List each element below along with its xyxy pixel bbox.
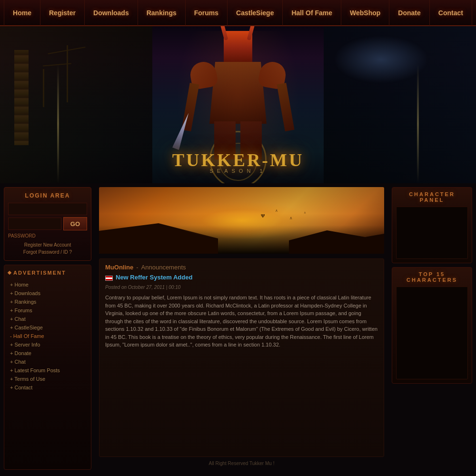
- character-panel-content: [396, 207, 468, 259]
- post-dash: -: [136, 264, 138, 271]
- post-category: Announcements: [141, 264, 186, 271]
- post-source[interactable]: MuOnline: [105, 264, 133, 271]
- hero-banner: TUKKER-MU SEASON 1: [0, 26, 476, 183]
- sidebar-item-chat-pre[interactable]: + Chat: [8, 315, 87, 323]
- top15-panel-title: TOP 15 CHARACTERS: [396, 271, 468, 283]
- login-input-row: GO: [8, 217, 87, 230]
- register-link[interactable]: Register New Account: [8, 241, 87, 248]
- chain-decoration: [14, 50, 29, 145]
- nav-item-halloffame[interactable]: Hall Of Fame: [283, 0, 341, 26]
- top15-panel: TOP 15 CHARACTERS: [392, 267, 472, 384]
- login-title: LOGIN AREA: [8, 192, 87, 199]
- sidebar-item-rankings[interactable]: + Rankings: [8, 298, 87, 306]
- main-layout: LOGIN AREA GO PASSWORD Register New Acco…: [0, 183, 476, 474]
- password-row: PASSWORD: [8, 233, 87, 238]
- nav-item-rankings[interactable]: Rankings: [138, 0, 186, 26]
- sidebar-item-home[interactable]: + Home: [8, 280, 87, 289]
- ship-decoration: [29, 40, 124, 112]
- sun-glow: [170, 201, 313, 239]
- nav-item-webshop[interactable]: WebShop: [341, 0, 389, 26]
- bird-1: 𝝭: [261, 213, 265, 218]
- sidebar-item-castlesiege[interactable]: + CastleSiege: [8, 323, 87, 332]
- pillar-light-right: [417, 64, 419, 183]
- footer-text: All Right Reserved Tukker Mu !: [99, 457, 384, 470]
- right-panel: CHARACTER PANEL TOP 15 CHARACTERS: [388, 183, 476, 474]
- nav-item-register[interactable]: Register: [40, 0, 85, 26]
- main-content: 𝝭 ∧ ∧ ∧ MuOnline - Announcements New Ref…: [95, 183, 388, 474]
- character-panel-title: CHARACTER PANEL: [396, 191, 468, 203]
- sidebar-nav: + Home+ Downloads+ Rankings+ Forums+ Cha…: [8, 280, 87, 392]
- logo-text: TUKKER-MU: [172, 149, 304, 170]
- hero-logo: TUKKER-MU SEASON 1: [172, 149, 304, 174]
- post-title[interactable]: New Reffer System Added: [116, 274, 192, 281]
- post-area: MuOnline - Announcements New Reffer Syst…: [99, 258, 384, 457]
- pillar-light-left: [57, 64, 59, 183]
- bird-3: ∧: [289, 216, 293, 220]
- post-header: MuOnline - Announcements: [105, 264, 378, 271]
- post-flag: [105, 276, 113, 281]
- content-banner-image: 𝝭 ∧ ∧ ∧: [99, 187, 384, 254]
- sidebar-item-donate[interactable]: + Donate: [8, 349, 87, 357]
- sidebar-item-chat[interactable]: + Chat: [8, 357, 87, 366]
- nav-item-contact[interactable]: Contact: [430, 0, 472, 26]
- sidebar-item-contact[interactable]: + Contact: [8, 383, 87, 392]
- password-input[interactable]: [8, 203, 87, 215]
- go-button[interactable]: GO: [63, 217, 87, 230]
- bird-2: ∧: [275, 208, 278, 213]
- nav-item-donate[interactable]: Donate: [389, 0, 429, 26]
- sidebar-item-downloads[interactable]: + Downloads: [8, 289, 87, 298]
- advert-box: ADVERTISMENT + Home+ Downloads+ Rankings…: [4, 265, 91, 470]
- sidebar-item-halloffame[interactable]: - Hall Of Fame: [8, 332, 87, 340]
- top15-content: [396, 287, 468, 379]
- sidebar-item-terms[interactable]: + Terms of Use: [8, 375, 87, 383]
- post-date: Posted on October 27, 2011 | 00:10: [105, 285, 378, 290]
- nav-item-home[interactable]: Home: [4, 0, 40, 26]
- post-body: Contrary to popular belief, Lorem Ipsum …: [105, 294, 378, 349]
- nav-item-castlesiege[interactable]: CastleSiege: [228, 0, 283, 26]
- bird-4: ∧: [304, 211, 306, 215]
- sidebar: LOGIN AREA GO PASSWORD Register New Acco…: [0, 183, 95, 474]
- sky-glow: [333, 36, 428, 83]
- username-input[interactable]: [8, 218, 61, 230]
- navbar: HomeRegisterDownloadsRankingsForumsCastl…: [0, 0, 476, 26]
- nav-item-downloads[interactable]: Downloads: [85, 0, 138, 26]
- sidebar-item-forums[interactable]: + Forums: [8, 306, 87, 315]
- character-panel: CHARACTER PANEL: [392, 187, 472, 263]
- sidebar-item-serverinfo[interactable]: + Server Info: [8, 340, 87, 349]
- post-title-row: New Reffer System Added: [105, 274, 378, 283]
- advert-title: ADVERTISMENT: [8, 270, 87, 276]
- forgot-link[interactable]: Forgot Password / ID ?: [8, 248, 87, 256]
- nav-item-forums[interactable]: Forums: [186, 0, 228, 26]
- password-label: PASSWORD: [8, 233, 87, 238]
- login-box: LOGIN AREA GO PASSWORD Register New Acco…: [4, 187, 91, 261]
- sidebar-item-latestforum[interactable]: + Latest Forum Posts: [8, 366, 87, 375]
